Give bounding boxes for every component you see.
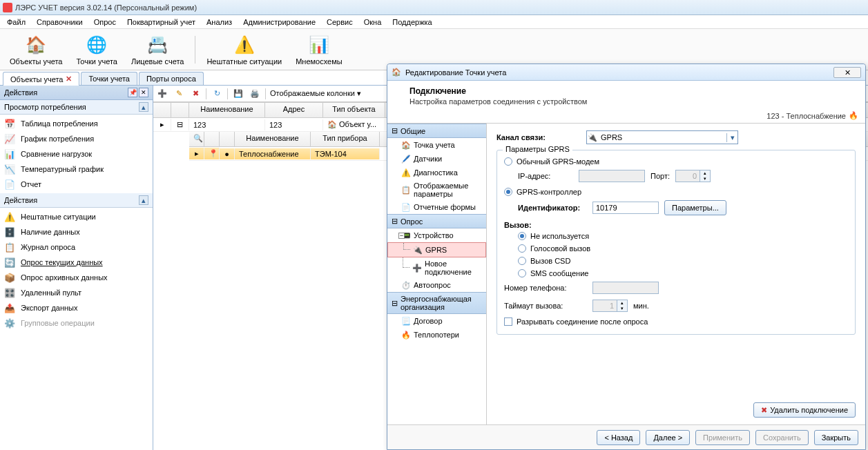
- close-button[interactable]: ✕: [833, 67, 861, 78]
- edit-icon[interactable]: ✎: [173, 88, 185, 100]
- menu-help[interactable]: Поддержка: [387, 17, 437, 28]
- tool-points[interactable]: 🌐Точки учета: [70, 32, 123, 67]
- chevron-up-icon[interactable]: ▴: [139, 195, 148, 205]
- action-remote[interactable]: 🎛️Удаленный пульт: [0, 285, 153, 300]
- menu-apt[interactable]: Поквартирный учет: [122, 17, 201, 28]
- col-addr[interactable]: Адрес: [265, 103, 323, 117]
- action-poll-archive[interactable]: 📦Опрос архивных данных: [0, 270, 153, 285]
- radio-modem[interactable]: Обычный GPRS-модем: [504, 157, 848, 166]
- tab-objects[interactable]: Объекты учета✕: [3, 72, 79, 86]
- tool-objects[interactable]: 🏠Объекты учета: [4, 32, 68, 67]
- apply-button: Применить: [695, 430, 750, 445]
- tool-alerts[interactable]: ⚠️Нештатные ситуации: [201, 32, 287, 67]
- columns-dropdown[interactable]: Отображаемые колонки ▾: [270, 89, 361, 98]
- params-button[interactable]: Параметры...: [664, 200, 726, 215]
- actions2-header[interactable]: Действия ▴: [0, 193, 153, 208]
- action-table[interactable]: 📅Таблица потребления: [0, 116, 153, 131]
- document-icon: 📄: [4, 179, 15, 190]
- tool-schemas[interactable]: 📊Мнемосхемы: [290, 32, 348, 67]
- call-voice[interactable]: Голосовой вызов: [518, 244, 848, 253]
- menu-admin[interactable]: Администрирование: [238, 17, 321, 28]
- action-group: ⚙️Групповые операции: [0, 315, 153, 331]
- pin-icon[interactable]: 📌: [128, 88, 137, 97]
- tab-points[interactable]: Точки учета: [81, 72, 137, 85]
- close-icon[interactable]: ✕: [139, 88, 148, 97]
- card-icon: 📇: [146, 34, 168, 56]
- dialog-form: Канал связи: 🔌 GPRS ▾ Параметры GPRS Обы…: [487, 124, 865, 424]
- menu-file[interactable]: Файл: [1, 17, 31, 28]
- dialog-title: Редактирование Точки учета: [405, 68, 506, 77]
- spin-up-icon: ▴: [617, 300, 627, 306]
- action-journal[interactable]: 📋Журнал опроса: [0, 239, 153, 255]
- dialog-footer: < Назад Далее > Применить Сохранить Закр…: [387, 424, 865, 449]
- add-icon[interactable]: ➕: [156, 88, 168, 100]
- delete-connection-button[interactable]: ✖Удалить подключение: [753, 402, 856, 418]
- menu-analysis[interactable]: Анализ: [201, 17, 238, 28]
- tree-heatloss[interactable]: 🔥Теплопотери: [387, 328, 486, 342]
- call-csd[interactable]: Вызов CSD: [518, 257, 848, 265]
- close-icon[interactable]: ✕: [66, 75, 72, 84]
- action-chart[interactable]: 📈График потребления: [0, 131, 153, 146]
- menu-poll[interactable]: Опрос: [88, 17, 122, 28]
- house-icon: 🏠: [392, 68, 401, 77]
- chevron-down-icon[interactable]: ▾: [726, 133, 737, 142]
- action-temp[interactable]: 📉Температурный график: [0, 162, 153, 177]
- edit-point-dialog: 🏠 Редактирование Точки учета ✕ Подключен…: [387, 63, 866, 450]
- archive-icon: 📦: [4, 272, 15, 283]
- tree-section-poll[interactable]: ⊟Опрос: [387, 214, 486, 228]
- left-sidebar: Действия 📌✕ Просмотр потребления ▴ 📅Табл…: [0, 86, 153, 450]
- action-compare[interactable]: 📊Сравнение нагрузок: [0, 146, 153, 162]
- print-icon[interactable]: 🖨️: [249, 88, 261, 100]
- save-icon[interactable]: 💾: [232, 88, 244, 100]
- menu-windows[interactable]: Окна: [358, 17, 387, 28]
- tab-ports[interactable]: Порты опроса: [139, 72, 204, 85]
- house-icon: 🏠: [327, 120, 337, 128]
- tree-diag[interactable]: ⚠️Диагностика: [387, 166, 486, 179]
- minus-icon[interactable]: −: [398, 233, 405, 239]
- action-data[interactable]: 🗄️Наличие данных: [0, 224, 153, 239]
- tree-params[interactable]: 📋Отображаемые параметры: [387, 179, 486, 200]
- list-icon: 📋: [4, 242, 15, 253]
- tree-gprs[interactable]: 🔌GPRS: [387, 242, 486, 257]
- tree-point[interactable]: 🏠Точка учета: [387, 138, 486, 152]
- col-type[interactable]: Тип объекта: [323, 103, 385, 117]
- warning-icon: ⚠️: [233, 34, 255, 56]
- dialog-titlebar: 🏠 Редактирование Точки учета ✕: [387, 64, 865, 81]
- minus-icon: ⊟: [392, 217, 398, 226]
- tree-sensors[interactable]: 🖊️Датчики: [387, 152, 486, 166]
- menu-dict[interactable]: Справочники: [31, 17, 88, 28]
- close-button[interactable]: Закрыть: [814, 430, 858, 445]
- heat-icon: 🔥: [849, 111, 858, 120]
- tree-section-general[interactable]: ⊟Общие: [387, 124, 486, 138]
- menu-service[interactable]: Сервис: [321, 17, 358, 28]
- window-title: ЛЭРС УЧЕТ версия 3.02.14 (Персональный р…: [15, 3, 197, 12]
- tree-new-conn[interactable]: ➕Новое подключение: [387, 257, 486, 278]
- action-export[interactable]: 📤Экспорт данных: [0, 300, 153, 315]
- call-none[interactable]: Не используется: [518, 232, 848, 240]
- tree-autopoll[interactable]: ⏱️Автоопрос: [387, 278, 486, 292]
- back-button[interactable]: < Назад: [597, 430, 640, 445]
- chart-icon: 📊: [308, 34, 330, 56]
- remote-icon: 🎛️: [4, 287, 15, 298]
- chevron-up-icon[interactable]: ▴: [139, 102, 148, 112]
- tree-contract[interactable]: 📃Договор: [387, 314, 486, 328]
- next-button[interactable]: Далее >: [646, 430, 690, 445]
- action-report[interactable]: 📄Отчет: [0, 177, 153, 192]
- dialog-header: Подключение Настройка параметров соедине…: [387, 81, 865, 108]
- action-poll-current[interactable]: 🔄Опрос текущих данных: [0, 255, 153, 270]
- call-sms[interactable]: SMS сообщение: [518, 269, 848, 277]
- delete-icon[interactable]: ✖: [189, 88, 202, 100]
- tree-device[interactable]: −📟Устройство: [387, 228, 486, 242]
- refresh-icon[interactable]: ↻: [211, 88, 223, 100]
- refresh-icon: 🔄: [4, 257, 15, 268]
- tree-reports[interactable]: 📄Отчетные формы: [387, 200, 486, 214]
- identifier-input[interactable]: [592, 202, 659, 214]
- view-section-header[interactable]: Просмотр потребления ▴: [0, 100, 153, 115]
- radio-controller[interactable]: GPRS-контроллер: [504, 188, 848, 196]
- channel-combo[interactable]: 🔌 GPRS ▾: [586, 130, 738, 144]
- tool-accounts[interactable]: 📇Лицевые счета: [126, 32, 189, 67]
- tree-section-org[interactable]: ⊟Энергоснабжающая организация: [387, 292, 486, 314]
- action-alerts[interactable]: ⚠️Нештатные ситуации: [0, 209, 153, 224]
- col-name[interactable]: Наименование: [189, 103, 265, 117]
- disconnect-checkbox[interactable]: Разрывать соединение после опроса: [504, 317, 848, 326]
